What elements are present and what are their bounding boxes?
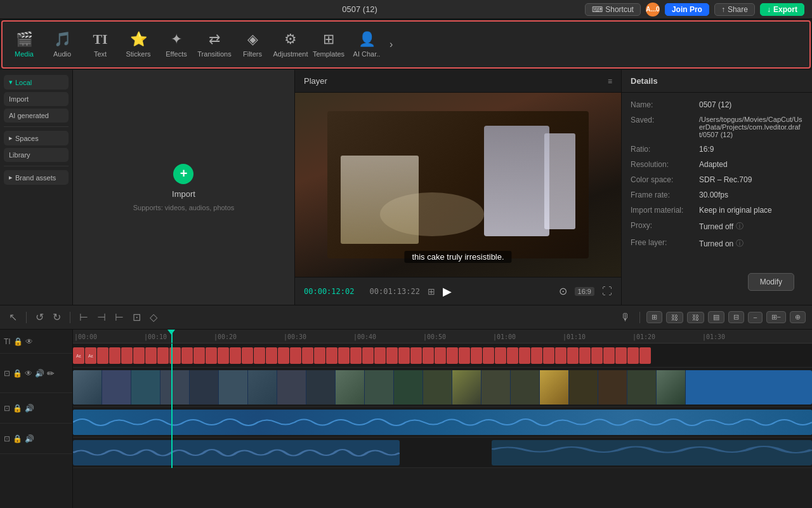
text-clip[interactable] [218, 347, 229, 364]
text-clip[interactable] [230, 347, 241, 364]
text-clip[interactable] [109, 347, 121, 364]
text-clip[interactable] [459, 347, 470, 364]
text-clip[interactable] [543, 347, 554, 364]
import-label[interactable]: Import [172, 189, 195, 199]
aspect-ratio-badge[interactable]: 16:9 [575, 287, 594, 296]
shortcut-button[interactable]: ⌨ Shortcut [585, 3, 641, 16]
toolbar-stickers[interactable]: ⭐ Stickers [119, 23, 157, 66]
audio-clip-2b[interactable] [492, 440, 812, 465]
text-clip[interactable] [181, 347, 193, 364]
redo-button[interactable]: ↻ [50, 310, 63, 324]
audio-clip-2a[interactable] [73, 440, 400, 465]
export-button[interactable]: ↓ Export [760, 3, 804, 16]
toolbar-effects[interactable]: ✦ Effects [157, 23, 195, 66]
audio2-volume-icon[interactable]: 🔊 [25, 434, 34, 443]
spaces-section[interactable]: ▸ Spaces [4, 131, 69, 145]
detach-button[interactable]: ⊟ [728, 311, 744, 323]
library-button[interactable]: Library [4, 148, 69, 162]
text-clip[interactable] [410, 347, 422, 364]
text-clip[interactable] [121, 347, 133, 364]
zoom-out-button[interactable]: − [748, 312, 762, 323]
zoom-scale-button[interactable]: ⊞− [766, 311, 786, 323]
trim-right-button[interactable]: ⊢ [112, 310, 126, 324]
text-clip[interactable] [579, 347, 591, 364]
text-clip[interactable] [422, 347, 434, 364]
toolbar-more-button[interactable]: › [386, 39, 396, 50]
text-clip[interactable] [531, 347, 542, 364]
text-clip[interactable] [627, 347, 639, 364]
text-lock-icon[interactable]: 🔒 [13, 337, 23, 346]
player-menu-icon[interactable]: ≡ [608, 77, 612, 86]
text-clip[interactable] [169, 347, 181, 364]
text-eye-icon[interactable]: 👁 [25, 337, 33, 346]
toolbar-templates[interactable]: ⊞ Templates [310, 23, 348, 66]
toolbar-audio[interactable]: 🎵 Audio [43, 23, 81, 66]
screenshot-button[interactable]: ⊙ [559, 285, 567, 297]
text-clip[interactable]: Aε [85, 347, 96, 364]
text-clip[interactable] [495, 347, 506, 364]
video-audio-icon[interactable]: 🔊 [35, 369, 44, 378]
text-clip[interactable] [326, 347, 337, 364]
delete-button[interactable]: ⊡ [130, 310, 143, 324]
video-clip[interactable] [73, 370, 812, 404]
audio-clip-1[interactable] [73, 410, 812, 435]
audio1-lock-icon[interactable]: 🔒 [13, 404, 22, 413]
text-clip[interactable] [266, 347, 277, 364]
import-drop-zone[interactable]: + Import Supports: videos, audios, photo… [133, 164, 235, 211]
local-section[interactable]: ▾ Local [4, 75, 69, 90]
text-clip[interactable] [206, 347, 217, 364]
toolbar-adjustment[interactable]: ⚙ Adjustment [272, 23, 310, 66]
free-layer-info-icon[interactable]: ⓘ [736, 238, 743, 249]
toolbar-media[interactable]: 🎬 Media [5, 23, 43, 66]
split-button[interactable]: ⊢ [77, 310, 91, 324]
grid-icon[interactable]: ⊞ [428, 286, 435, 297]
mic-button[interactable]: 🎙 [618, 311, 633, 324]
video-edit-icon[interactable]: ✏ [47, 368, 55, 378]
link-button[interactable]: ⛓ [666, 312, 683, 323]
text-clip[interactable] [447, 347, 458, 364]
text-clip[interactable] [567, 347, 579, 364]
select-tool-button[interactable]: ↖ [6, 310, 20, 324]
text-clip[interactable] [555, 347, 566, 364]
group-button[interactable]: ▤ [708, 311, 724, 323]
audio2-lock-icon[interactable]: 🔒 [13, 434, 22, 443]
undo-button[interactable]: ↺ [33, 310, 46, 324]
text-clip[interactable] [314, 347, 325, 364]
text-clip[interactable] [362, 347, 374, 364]
text-clip[interactable] [338, 347, 350, 364]
text-clip[interactable] [278, 347, 289, 364]
text-clip[interactable] [398, 347, 410, 364]
text-clip[interactable] [435, 347, 446, 364]
brand-assets-section[interactable]: ▸ Brand assets [4, 170, 69, 185]
fullscreen-button[interactable]: ⛶ [602, 286, 612, 297]
text-clip[interactable] [386, 347, 398, 364]
split-clip-button[interactable]: ⊞ [646, 311, 662, 323]
zoom-fit-button[interactable]: ⊕ [790, 311, 806, 323]
text-clip[interactable] [242, 347, 253, 364]
text-clip[interactable] [145, 347, 157, 364]
text-clip[interactable] [374, 347, 386, 364]
text-clip[interactable] [639, 347, 651, 364]
text-clip[interactable] [603, 347, 615, 364]
text-clip[interactable] [133, 347, 145, 364]
text-clip[interactable] [471, 347, 482, 364]
proxy-info-icon[interactable]: ⓘ [736, 221, 743, 232]
text-clip[interactable] [254, 347, 265, 364]
avatar[interactable]: A...0 [646, 3, 660, 17]
toolbar-transitions[interactable]: ⇄ Transitions [195, 23, 233, 66]
video-lock-icon[interactable]: 🔒 [13, 369, 22, 378]
toolbar-text[interactable]: TI Text [81, 23, 119, 66]
ai-generated-button[interactable]: AI generated [4, 109, 69, 123]
text-clip[interactable] [483, 347, 494, 364]
unlink-button[interactable]: ⛓ [687, 312, 704, 323]
marker-button[interactable]: ◇ [147, 310, 160, 324]
trim-left-button[interactable]: ⊣ [95, 310, 108, 324]
import-button[interactable]: Import [4, 92, 69, 106]
text-clip[interactable] [350, 347, 362, 364]
play-button[interactable]: ▶ [443, 284, 452, 298]
text-clip[interactable] [290, 347, 301, 364]
text-clip[interactable] [157, 347, 169, 364]
import-plus-icon[interactable]: + [173, 164, 193, 184]
video-eye-icon[interactable]: 👁 [25, 369, 32, 378]
audio1-volume-icon[interactable]: 🔊 [25, 404, 34, 413]
